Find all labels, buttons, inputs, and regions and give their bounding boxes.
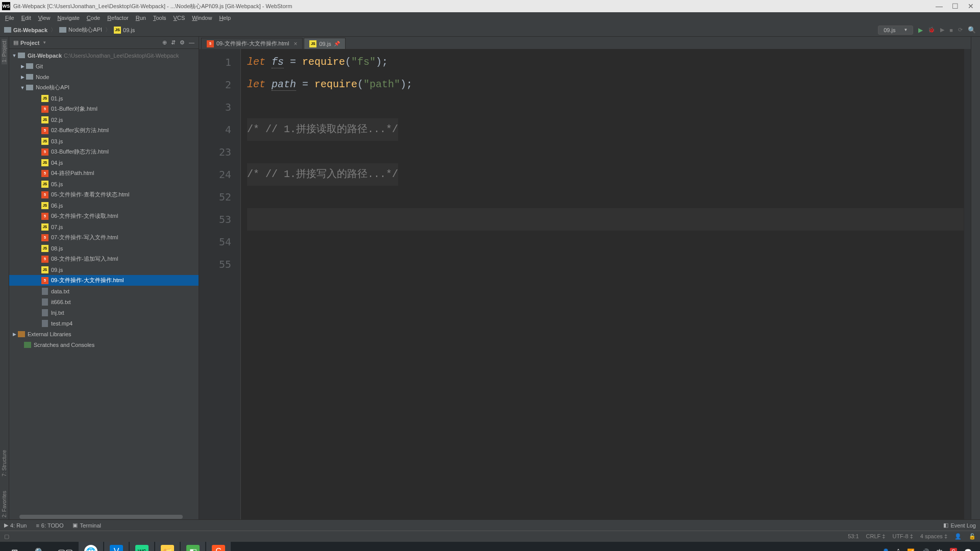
tree-file[interactable]: 503-Buffer静态方法.html	[9, 146, 199, 157]
tree-file[interactable]: JS05.js	[9, 179, 199, 189]
inspector-icon[interactable]: 👤	[954, 533, 962, 540]
minimize-button[interactable]: —	[936, 2, 943, 10]
menu-refactor[interactable]: Refactor	[104, 14, 132, 22]
tree-file[interactable]: lnj.txt	[9, 307, 199, 318]
tray-chevron-icon[interactable]: ˄	[897, 548, 900, 551]
arrow-down-icon[interactable]: ▼	[19, 85, 26, 90]
tree-file[interactable]: 502-Buffer实例方法.html	[9, 125, 199, 136]
taskbar-app[interactable]: V	[104, 542, 129, 551]
tree-file[interactable]: test.mp4	[9, 318, 199, 329]
collapse-all-icon[interactable]: ⇵	[171, 39, 176, 46]
menu-run[interactable]: Run	[133, 14, 149, 22]
hide-icon[interactable]: —	[189, 39, 194, 46]
scroll-from-source-icon[interactable]: ⊕	[162, 39, 167, 46]
tree-file[interactable]: 506-文件操作-文件读取.html	[9, 211, 199, 221]
editor-tab[interactable]: JS 09.js 📌	[304, 38, 345, 49]
status-position[interactable]: 53:1	[848, 533, 859, 540]
tray-volume-icon[interactable]: 🔊	[922, 548, 929, 551]
tree-folder[interactable]: ▼ Node核心API	[9, 82, 199, 93]
scrollbar-thumb[interactable]	[19, 515, 183, 519]
tree-file[interactable]: JS06.js	[9, 200, 199, 211]
editor-tab[interactable]: 5 09-文件操作-大文件操作.html ×	[201, 38, 303, 49]
taskbar-app[interactable]: C	[206, 542, 231, 551]
arrow-right-icon[interactable]: ▶	[19, 64, 26, 69]
tool-todo[interactable]: ≡6: TODO	[36, 522, 63, 529]
tree-file[interactable]: 508-文件操作-追加写入.html	[9, 254, 199, 264]
tool-run[interactable]: ▶4: Run	[4, 522, 27, 529]
tree-file[interactable]: 501-Buffer对象.html	[9, 104, 199, 114]
tree-file[interactable]: JS09.js	[9, 264, 199, 275]
tree-file[interactable]: JS08.js	[9, 243, 199, 254]
breadcrumb-folder[interactable]: Node核心API	[68, 26, 102, 34]
tree-file[interactable]: JS03.js	[9, 136, 199, 146]
tree-folder[interactable]: ▶ Node	[9, 71, 199, 82]
taskbar-app[interactable]: ◧	[181, 542, 205, 551]
arrow-right-icon[interactable]: ▶	[11, 332, 17, 337]
line-gutter[interactable]: 1 2 3 4 23 24 52 53 54 55	[199, 49, 241, 519]
taskbar-explorer[interactable]: 📁	[155, 542, 180, 551]
tree-external-libs[interactable]: ▶ External Libraries	[9, 329, 199, 339]
tree-file[interactable]: JS02.js	[9, 114, 199, 125]
maximize-button[interactable]: ☐	[952, 2, 959, 10]
error-stripe[interactable]	[964, 49, 971, 519]
task-view-button[interactable]: ▢▢	[53, 542, 78, 551]
horizontal-scrollbar[interactable]	[9, 514, 199, 519]
menu-window[interactable]: Window	[189, 14, 215, 22]
tree-folder[interactable]: ▶ Git	[9, 61, 199, 71]
taskbar-webstorm[interactable]: WS	[130, 542, 154, 551]
tool-event-log[interactable]: ◧Event Log	[943, 522, 976, 529]
status-encoding[interactable]: UTF-8 ‡	[892, 533, 913, 540]
taskbar-chrome[interactable]: 🌐	[79, 542, 103, 551]
code-folded-comment[interactable]: /* // 1.拼接写入的路径...*/	[247, 163, 398, 186]
code-folded-comment[interactable]: /* // 1.拼接读取的路径...*/	[247, 118, 398, 141]
tray-notifications-icon[interactable]: 💬	[964, 548, 972, 551]
stop-button[interactable]: ■	[949, 27, 953, 33]
tree-root[interactable]: ▼ Git-Webpack C:\Users\Jonathan_Lee\Desk…	[9, 50, 199, 61]
tree-scratches[interactable]: Scratches and Consoles	[9, 339, 199, 350]
tree-file[interactable]: 504-路径Path.html	[9, 168, 199, 179]
code-editor[interactable]: 1 2 3 4 23 24 52 53 54 55 let fs = requi…	[199, 49, 971, 519]
tray-ime-icon[interactable]: S	[950, 548, 957, 551]
project-tree[interactable]: ▼ Git-Webpack C:\Users\Jonathan_Lee\Desk…	[9, 49, 199, 514]
sidebar-tab-favorites[interactable]: 2: Favorites	[2, 489, 7, 519]
coverage-button[interactable]: ▶	[940, 27, 944, 33]
search-button[interactable]: 🔍	[28, 542, 52, 551]
gear-icon[interactable]: ⚙	[180, 39, 185, 46]
arrow-right-icon[interactable]: ▶	[19, 74, 26, 80]
code-content[interactable]: let fs = require("fs"); let path = requi…	[241, 49, 964, 519]
tree-file[interactable]: JS04.js	[9, 157, 199, 168]
tree-file[interactable]: 507-文件操作-写入文件.html	[9, 232, 199, 243]
lock-icon[interactable]: 🔓	[969, 533, 976, 540]
tree-file[interactable]: JS07.js	[9, 221, 199, 232]
tray-ime-icon[interactable]: 中	[937, 548, 943, 552]
tree-file[interactable]: it666.txt	[9, 296, 199, 307]
close-icon[interactable]: ×	[293, 40, 297, 47]
sidebar-tab-project[interactable]: 1: Project	[2, 39, 7, 64]
status-indent[interactable]: 4 spaces ‡	[920, 533, 947, 540]
tool-terminal[interactable]: ▣Terminal	[72, 522, 101, 529]
search-icon[interactable]: 🔍	[968, 26, 976, 34]
menu-code[interactable]: Code	[84, 14, 103, 22]
menu-file[interactable]: File	[2, 14, 17, 22]
menu-tools[interactable]: Tools	[150, 14, 169, 22]
debug-button[interactable]: 🐞	[928, 27, 935, 33]
sidebar-tab-structure[interactable]: 7: Structure	[2, 448, 7, 479]
tree-file[interactable]: data.txt	[9, 286, 199, 296]
status-hint-icon[interactable]: ▢	[4, 533, 9, 540]
breadcrumb-file[interactable]: 09.js	[123, 27, 135, 33]
chevron-down-icon[interactable]: ▼	[42, 40, 46, 45]
start-button[interactable]: ⊞	[2, 542, 27, 551]
tray-wifi-icon[interactable]: 📶	[907, 548, 915, 551]
menu-navigate[interactable]: Navigate	[54, 14, 82, 22]
tree-file[interactable]: JS01.js	[9, 93, 199, 104]
pin-icon[interactable]: 📌	[334, 41, 340, 46]
status-line-sep[interactable]: CRLF ‡	[866, 533, 886, 540]
breadcrumb-root[interactable]: Git-Webpack	[13, 27, 47, 33]
menu-help[interactable]: Help	[216, 14, 234, 22]
vcs-button[interactable]: ⟳	[958, 27, 963, 33]
run-config-selector[interactable]: 09.js ▼	[878, 26, 913, 35]
close-button[interactable]: ✕	[968, 2, 974, 10]
menu-view[interactable]: View	[35, 14, 54, 22]
tray-people-icon[interactable]: 👤	[882, 548, 890, 551]
run-button[interactable]: ▶	[918, 27, 923, 34]
